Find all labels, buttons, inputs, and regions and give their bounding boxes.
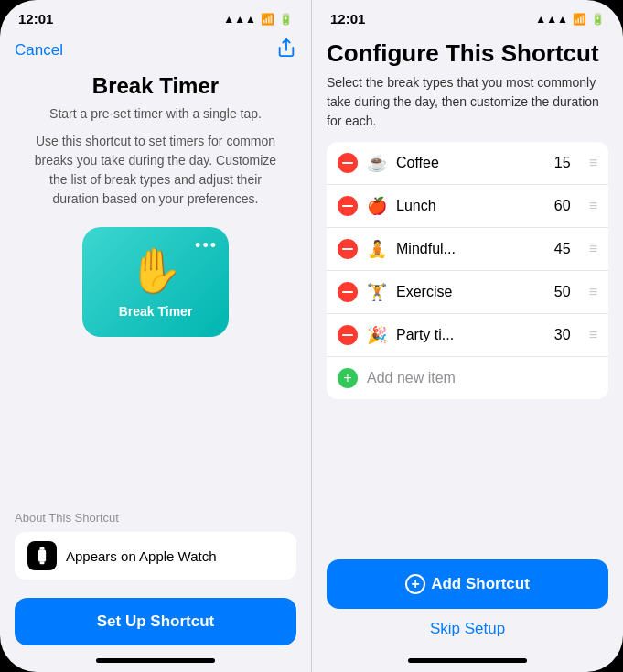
hand-icon: ✋ <box>128 245 183 297</box>
remove-coffee-button[interactable] <box>338 153 358 173</box>
coffee-duration: 15 <box>554 155 571 171</box>
dots-icon: ••• <box>195 236 218 255</box>
right-bottom-actions: + Add Shortcut Skip Setup <box>312 548 623 653</box>
cancel-button[interactable]: Cancel <box>15 41 63 60</box>
left-subtitle: Start a pre-set timer with a single tap. <box>0 103 311 132</box>
left-phone: 12:01 ▲▲▲ 📶 🔋 Cancel Break Timer Start a… <box>0 0 311 672</box>
left-header: Cancel <box>0 30 311 66</box>
signal-icon: ▲▲▲ <box>223 13 256 26</box>
right-content: Configure This Shortcut Select the break… <box>312 30 623 653</box>
about-section: About This Shortcut Appears on Apple Wat… <box>0 500 311 587</box>
skip-setup-button[interactable]: Skip Setup <box>327 609 608 649</box>
list-item: 🏋️ Exercise 50 ≡ <box>327 271 608 314</box>
share-icon[interactable] <box>276 38 296 62</box>
right-status-bar: 12:01 ▲▲▲ 📶 🔋 <box>312 0 623 30</box>
lunch-emoji: 🍎 <box>367 196 387 216</box>
drag-handle-icon[interactable]: ≡ <box>589 241 597 257</box>
svg-rect-1 <box>38 549 46 561</box>
items-list: ☕ Coffee 15 ≡ 🍎 Lunch 60 ≡ 🧘 Mindful... … <box>327 142 608 399</box>
add-shortcut-button[interactable]: + Add Shortcut <box>327 559 608 609</box>
left-home-indicator <box>96 658 215 663</box>
remove-lunch-button[interactable] <box>338 196 358 216</box>
battery-icon: 🔋 <box>591 13 605 26</box>
exercise-emoji: 🏋️ <box>367 282 387 302</box>
exercise-name: Exercise <box>396 284 545 300</box>
left-status-icons: ▲▲▲ 📶 🔋 <box>223 13 293 26</box>
right-home-indicator <box>408 658 527 663</box>
drag-handle-icon[interactable]: ≡ <box>589 155 597 171</box>
right-description: Select the break types that you most com… <box>312 73 623 142</box>
coffee-name: Coffee <box>396 155 545 171</box>
remove-party-button[interactable] <box>338 325 358 345</box>
left-description: Use this shortcut to set timers for comm… <box>0 132 311 227</box>
mindful-duration: 45 <box>554 241 571 257</box>
left-status-time: 12:01 <box>18 11 53 27</box>
party-name: Party ti... <box>396 327 545 343</box>
setup-shortcut-button[interactable]: Set Up Shortcut <box>15 598 296 645</box>
left-title: Break Timer <box>0 66 311 103</box>
mindful-emoji: 🧘 <box>367 239 387 259</box>
about-item: Appears on Apple Watch <box>15 532 296 580</box>
right-status-icons: ▲▲▲ 📶 🔋 <box>535 13 605 26</box>
left-status-bar: 12:01 ▲▲▲ 📶 🔋 <box>0 0 311 30</box>
add-shortcut-label: Add Shortcut <box>431 575 530 593</box>
add-item-label: Add new item <box>367 370 456 386</box>
add-item-row[interactable]: + Add new item <box>327 357 608 399</box>
lunch-duration: 60 <box>554 198 571 214</box>
add-item-button[interactable]: + <box>338 368 358 388</box>
list-item: 🎉 Party ti... 30 ≡ <box>327 314 608 357</box>
list-item: ☕ Coffee 15 ≡ <box>327 142 608 185</box>
list-item: 🍎 Lunch 60 ≡ <box>327 185 608 228</box>
battery-icon: 🔋 <box>279 13 293 26</box>
signal-icon: ▲▲▲ <box>535 13 568 26</box>
right-phone: 12:01 ▲▲▲ 📶 🔋 Configure This Shortcut Se… <box>311 0 623 672</box>
right-title: Configure This Shortcut <box>312 30 623 73</box>
list-item: 🧘 Mindful... 45 ≡ <box>327 228 608 271</box>
remove-exercise-button[interactable] <box>338 282 358 302</box>
lunch-name: Lunch <box>396 198 545 214</box>
drag-handle-icon[interactable]: ≡ <box>589 327 597 343</box>
apple-watch-icon <box>27 541 57 570</box>
mindful-name: Mindful... <box>396 241 545 257</box>
svg-rect-2 <box>40 547 45 550</box>
coffee-emoji: ☕ <box>367 153 387 173</box>
shortcut-icon-label: Break Timer <box>119 304 193 319</box>
about-item-text: Appears on Apple Watch <box>66 548 217 564</box>
party-emoji: 🎉 <box>367 325 387 345</box>
remove-mindful-button[interactable] <box>338 239 358 259</box>
plus-circle-icon: + <box>405 574 425 594</box>
exercise-duration: 50 <box>554 284 571 300</box>
right-status-time: 12:01 <box>330 11 365 27</box>
drag-handle-icon[interactable]: ≡ <box>589 284 597 300</box>
drag-handle-icon[interactable]: ≡ <box>589 198 597 214</box>
shortcut-icon-box: ••• ✋ Break Timer <box>82 227 229 337</box>
wifi-icon: 📶 <box>573 13 586 26</box>
about-title: About This Shortcut <box>15 511 296 525</box>
svg-rect-3 <box>40 562 45 565</box>
party-duration: 30 <box>554 327 571 343</box>
wifi-icon: 📶 <box>261 13 274 26</box>
